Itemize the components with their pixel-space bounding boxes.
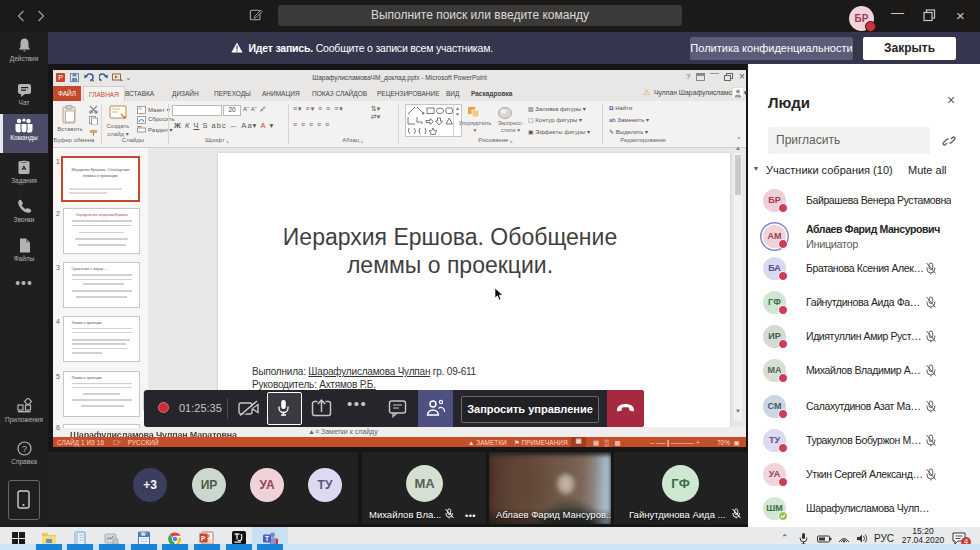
svg-text:P: P: [201, 535, 206, 542]
svg-text:?: ?: [21, 444, 26, 454]
svg-text:T: T: [265, 535, 269, 542]
